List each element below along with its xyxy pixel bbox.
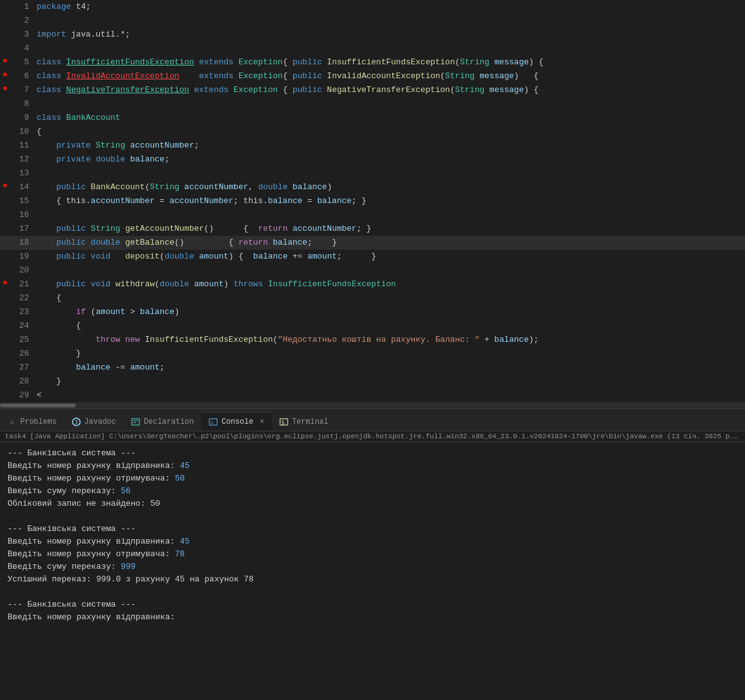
line-number: 13 bbox=[10, 166, 34, 180]
console-value: 999 bbox=[120, 562, 135, 571]
line-number: 15 bbox=[10, 194, 34, 208]
code-line: 26 } bbox=[0, 347, 745, 361]
line-number: 23 bbox=[10, 305, 34, 319]
line-number: 16 bbox=[10, 208, 34, 222]
horizontal-scrollbar[interactable] bbox=[0, 402, 745, 409]
line-content: import java.util.*; bbox=[34, 28, 745, 42]
console-line: --- Банківська система --- bbox=[8, 598, 737, 611]
line-number: 26 bbox=[10, 347, 34, 361]
line-number: 21 bbox=[10, 277, 34, 291]
line-content: < bbox=[34, 388, 745, 402]
code-line: 23 if (amount > balance) bbox=[0, 305, 745, 319]
console-line: Введіть номер рахунку отримувача: 78 bbox=[8, 548, 737, 561]
console-label: Введіть номер рахунку відправника: bbox=[8, 461, 180, 470]
code-line: 29< bbox=[0, 388, 745, 402]
console-value: 56 bbox=[120, 486, 131, 496]
line-number: 14 bbox=[10, 180, 34, 194]
line-number: 11 bbox=[10, 139, 34, 153]
line-content: { bbox=[34, 319, 745, 333]
line-number: 4 bbox=[10, 42, 34, 55]
line-number: 3 bbox=[10, 28, 34, 42]
code-line: ●14 public BankAccount(String accountNum… bbox=[0, 180, 745, 194]
line-gutter: ● bbox=[0, 83, 10, 93]
console-line: Введіть суму переказу: 56 bbox=[8, 485, 737, 498]
line-number: 5 bbox=[10, 55, 34, 69]
console-label: Введіть номер рахунку відправника: bbox=[8, 612, 175, 622]
console-label: Введіть номер рахунку відправника: bbox=[8, 537, 180, 546]
line-number: 25 bbox=[10, 333, 34, 347]
panel-tab-javadoc[interactable]: JJavadoc bbox=[64, 412, 124, 431]
line-gutter: ● bbox=[0, 55, 10, 66]
line-number: 27 bbox=[10, 361, 34, 375]
line-number: 28 bbox=[10, 375, 34, 388]
panel-tab-console[interactable]: >_Console× bbox=[201, 412, 272, 431]
line-content: { bbox=[34, 291, 745, 305]
line-number: 2 bbox=[10, 14, 34, 28]
console-tab-close[interactable]: × bbox=[260, 417, 264, 426]
line-number: 9 bbox=[10, 111, 34, 125]
code-line: 9class BankAccount bbox=[0, 111, 745, 125]
code-line: 15 { this.accountNumber = accountNumber;… bbox=[0, 194, 745, 208]
line-number: 8 bbox=[10, 97, 34, 111]
scrollbar-thumb[interactable] bbox=[0, 404, 76, 407]
line-content: class InvalidAccountException extends Ex… bbox=[34, 69, 745, 83]
console-line: --- Банківська система --- bbox=[8, 523, 737, 535]
svg-text:J: J bbox=[74, 419, 78, 426]
line-number: 29 bbox=[10, 388, 34, 402]
app-container: 1package t4;23import java.util.*;4●5clas… bbox=[0, 0, 745, 700]
line-content: throw new InsufficientFundsException("Не… bbox=[34, 333, 745, 347]
problems-tab-icon: ⚠ bbox=[8, 417, 16, 426]
console-value: 78 bbox=[175, 549, 185, 559]
line-content: private double balance; bbox=[34, 153, 745, 166]
line-content: public String getAccountNumber() { retur… bbox=[34, 222, 745, 236]
terminal-tab-label: Terminal bbox=[292, 417, 329, 426]
line-content: public double getBalance() { return bala… bbox=[34, 236, 745, 250]
code-line: 12 private double balance; bbox=[0, 153, 745, 166]
line-content: class InsufficientFundsException extends… bbox=[34, 55, 745, 69]
code-line: 16 bbox=[0, 208, 745, 222]
line-content: public BankAccount(String accountNumber,… bbox=[34, 180, 745, 194]
console-value: 50 bbox=[175, 474, 185, 483]
console-value: 45 bbox=[180, 537, 190, 546]
line-number: 12 bbox=[10, 153, 34, 166]
javadoc-tab-label: Javadoc bbox=[85, 417, 116, 426]
line-number: 19 bbox=[10, 250, 34, 264]
console-line bbox=[8, 586, 737, 598]
console-label: Введіть суму переказу: bbox=[8, 562, 120, 571]
console-line: Успішний переказ: 999.0 з рахунку 45 на … bbox=[8, 573, 737, 586]
line-number: 18 bbox=[10, 236, 34, 250]
console-label: Введіть суму переказу: bbox=[8, 486, 120, 496]
code-line: 22 { bbox=[0, 291, 745, 305]
line-content: } bbox=[34, 375, 745, 388]
line-content: balance -= amount; bbox=[34, 361, 745, 375]
code-line: 17 public String getAccountNumber() { re… bbox=[0, 222, 745, 236]
code-line: 27 balance -= amount; bbox=[0, 361, 745, 375]
line-content: { bbox=[34, 125, 745, 139]
line-number: 22 bbox=[10, 291, 34, 305]
svg-text:$: $ bbox=[281, 420, 285, 426]
console-tab-label: Console bbox=[221, 417, 253, 426]
line-number: 7 bbox=[10, 83, 34, 97]
console-label: Введіть номер рахунку отримувача: bbox=[8, 474, 175, 483]
code-line: ●6class InvalidAccountException extends … bbox=[0, 69, 745, 83]
code-line: 2 bbox=[0, 14, 745, 28]
code-line: 25 throw new InsufficientFundsException(… bbox=[0, 333, 745, 347]
line-gutter: ● bbox=[0, 277, 10, 288]
code-line: ●7class NegativeTransferException extend… bbox=[0, 83, 745, 97]
code-line: 3import java.util.*; bbox=[0, 28, 745, 42]
javadoc-tab-icon: J bbox=[72, 417, 81, 426]
console-statusbar: task4 [Java Application] C:\Users\SergTe… bbox=[0, 431, 745, 442]
line-gutter: ● bbox=[0, 69, 10, 79]
panel-tab-terminal[interactable]: $Terminal bbox=[272, 412, 336, 431]
line-content: public void withdraw(double amount) thro… bbox=[34, 277, 745, 291]
panel-tab-problems[interactable]: ⚠Problems bbox=[0, 412, 64, 431]
line-number: 6 bbox=[10, 69, 34, 83]
code-lines: 1package t4;23import java.util.*;4●5clas… bbox=[0, 0, 745, 402]
console-line: Обліковий запис не знайдено: 50 bbox=[8, 498, 737, 510]
line-number: 10 bbox=[10, 125, 34, 139]
console-line: Введіть номер рахунку відправника: 45 bbox=[8, 535, 737, 548]
console-output[interactable]: --- Банківська система ---Введіть номер … bbox=[0, 442, 745, 700]
bottom-panel: ⚠ProblemsJJavadocDeclaration>_Console×$T… bbox=[0, 409, 745, 700]
panel-tab-declaration[interactable]: Declaration bbox=[124, 412, 201, 431]
svg-text:>_: >_ bbox=[211, 420, 217, 426]
